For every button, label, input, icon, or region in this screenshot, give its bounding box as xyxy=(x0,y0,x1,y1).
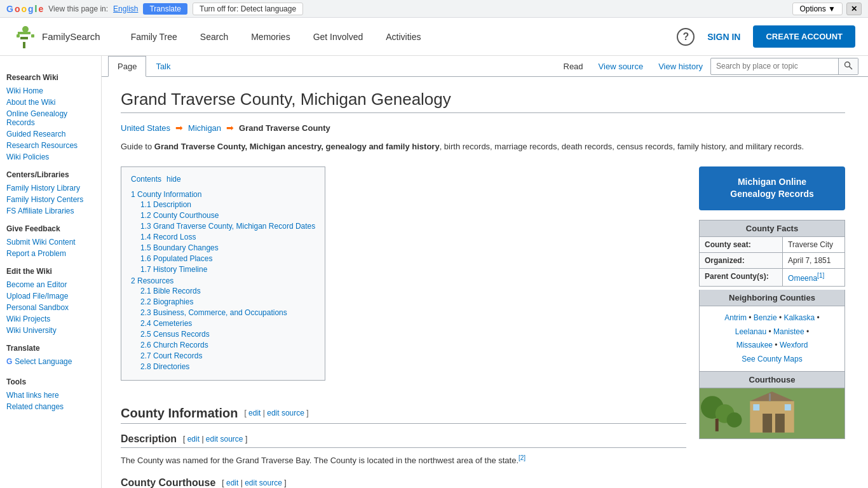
list-item: 1.7 History Timeline xyxy=(140,264,315,274)
michigan-records-button[interactable]: Michigan OnlineGenealogy Records xyxy=(699,166,845,210)
contents-sub-1: 1.1 Description 1.2 County Courthouse 1.… xyxy=(140,199,315,274)
nav-family-tree[interactable]: Family Tree xyxy=(119,18,189,56)
contents-link-populated[interactable]: 1.6 Populated Places xyxy=(140,254,212,263)
omeena-link[interactable]: Omeena xyxy=(788,274,817,283)
manistee-link[interactable]: Manistee xyxy=(773,327,804,336)
breadcrumb-usa[interactable]: United States xyxy=(121,123,170,133)
sidebar-item-online-genealogy[interactable]: Online Genealogy Records xyxy=(6,108,95,128)
antrim-link[interactable]: Antrim xyxy=(724,313,747,322)
contents-box: Contents hide 1 County Information 1.1 D… xyxy=(121,166,325,381)
translate-label: View this page in: xyxy=(48,4,108,13)
contents-link-directories[interactable]: 2.8 Directories xyxy=(140,362,189,371)
county-info-edit-source-link[interactable]: edit source xyxy=(267,409,304,417)
missaukee-link[interactable]: Missaukee xyxy=(736,341,773,349)
contents-link-description[interactable]: 1.1 Description xyxy=(140,200,191,209)
sidebar-item-family-history-centers[interactable]: Family History Centers xyxy=(6,194,95,205)
options-button[interactable]: Options ▼ xyxy=(792,3,843,15)
contents-sub-2: 2.1 Bible Records 2.2 Biographies 2.3 Bu… xyxy=(140,285,315,372)
sidebar-item-guided-research[interactable]: Guided Research xyxy=(6,128,95,140)
breadcrumb-arrow-2: ➡ xyxy=(226,123,234,133)
contents-list: 1 County Information 1.1 Description 1.2… xyxy=(131,189,315,372)
sidebar-item-related-changes[interactable]: Related changes xyxy=(6,401,95,412)
sidebar-item-become-editor[interactable]: Become an Editor xyxy=(6,279,95,290)
sidebar-item-about-wiki[interactable]: About the Wiki xyxy=(6,97,95,108)
translate-button[interactable]: Translate xyxy=(143,3,187,15)
description-edit-source-link[interactable]: edit source xyxy=(206,435,243,444)
breadcrumb-michigan[interactable]: Michigan xyxy=(188,123,221,133)
wiki-search-input[interactable] xyxy=(711,59,838,73)
sidebar-item-report-problem[interactable]: Report a Problem xyxy=(6,248,95,259)
svg-rect-13 xyxy=(775,414,785,433)
contents-link-boundary[interactable]: 1.5 Boundary Changes xyxy=(140,243,219,252)
view-source-btn[interactable]: View source xyxy=(591,57,651,76)
county-info-edit-link[interactable]: edit xyxy=(248,409,261,417)
help-icon[interactable]: ? xyxy=(677,28,695,46)
list-item: 2.4 Cemeteries xyxy=(140,318,315,329)
courthouse-edit-source-link[interactable]: edit source xyxy=(245,478,282,487)
county-info-heading: County Information [ edit | edit source … xyxy=(121,406,686,424)
wiki-search-button[interactable] xyxy=(838,58,858,74)
translate-options: Options ▼ ✕ xyxy=(792,3,862,15)
read-btn[interactable]: Read xyxy=(556,57,591,76)
sidebar-item-upload-file[interactable]: Upload File/Image xyxy=(6,290,95,302)
turnoff-button[interactable]: Turn off for: Detect language xyxy=(193,3,303,15)
sidebar-item-submit-wiki[interactable]: Submit Wiki Content xyxy=(6,236,95,248)
description-edit-link[interactable]: edit xyxy=(187,435,200,444)
county-facts-table: County Facts County seat: Traverse City … xyxy=(699,220,845,287)
sidebar-item-family-history-library[interactable]: Family History Library xyxy=(6,182,95,194)
contents-link-history[interactable]: 1.7 History Timeline xyxy=(140,265,207,274)
contents-link-court[interactable]: 2.7 Court Records xyxy=(140,351,202,360)
contents-link-record-dates[interactable]: 1.3 Grand Traverse County, Michigan Reco… xyxy=(140,222,315,231)
contents-link-business[interactable]: 2.3 Business, Commerce, and Occupations xyxy=(140,308,287,317)
sign-in-button[interactable]: SIGN IN xyxy=(701,32,747,42)
contents-link-census[interactable]: 2.5 Census Records xyxy=(140,330,210,339)
create-account-button[interactable]: CREATE ACCOUNT xyxy=(753,25,855,48)
sidebar-item-what-links[interactable]: What links here xyxy=(6,390,95,401)
nav-activities[interactable]: Activities xyxy=(374,18,432,56)
see-county-maps-link[interactable]: See County Maps xyxy=(742,355,802,363)
kalkaska-link[interactable]: Kalkaska xyxy=(783,313,815,322)
contents-link-county-info[interactable]: 1 County Information xyxy=(131,190,201,199)
benzie-link[interactable]: Benzie xyxy=(754,313,777,322)
nav-search[interactable]: Search xyxy=(189,18,240,56)
sidebar-item-wiki-projects[interactable]: Wiki Projects xyxy=(6,313,95,325)
leelanau-link[interactable]: Leelanau xyxy=(735,327,766,336)
view-history-btn[interactable]: View history xyxy=(651,57,710,76)
select-language-area: G Select Language xyxy=(6,356,95,367)
ref-2[interactable]: [2] xyxy=(519,454,526,461)
sidebar-item-personal-sandbox[interactable]: Personal Sandbox xyxy=(6,302,95,313)
contents-link-courthouse[interactable]: 1.2 County Courthouse xyxy=(140,211,219,220)
list-item: 2.7 Court Records xyxy=(140,350,315,361)
courthouse-edit-link[interactable]: edit xyxy=(226,478,238,487)
select-language-link[interactable]: Select Language xyxy=(15,356,72,367)
svg-rect-16 xyxy=(769,393,771,401)
contents-link-bible[interactable]: 2.1 Bible Records xyxy=(140,287,201,295)
tab-talk[interactable]: Talk xyxy=(146,56,180,77)
sidebar-item-wiki-policies[interactable]: Wiki Policies xyxy=(6,151,95,163)
contents-link-biographies[interactable]: 2.2 Biographies xyxy=(140,297,193,306)
close-translate-button[interactable]: ✕ xyxy=(846,3,862,15)
sidebar-item-fs-affiliate[interactable]: FS Affiliate Libraries xyxy=(6,205,95,217)
tab-page[interactable]: Page xyxy=(108,56,146,77)
sidebar-item-research-resources[interactable]: Research Resources xyxy=(6,140,95,151)
contents-hide[interactable]: hide xyxy=(166,175,181,184)
contents-link-church[interactable]: 2.6 Church Records xyxy=(140,341,208,349)
nav-right: ? SIGN IN CREATE ACCOUNT xyxy=(677,25,855,48)
contents-link-cemeteries[interactable]: 2.4 Cemeteries xyxy=(140,319,192,328)
list-item: 1.3 Grand Traverse County, Michigan Reco… xyxy=(140,220,315,231)
language-link[interactable]: English xyxy=(113,4,138,13)
sidebar-item-wiki-home[interactable]: Wiki Home xyxy=(6,85,95,97)
contents-link-record-loss[interactable]: 1.4 Record Loss xyxy=(140,233,196,241)
sidebar-item-wiki-university[interactable]: Wiki University xyxy=(6,325,95,336)
contents-link-resources[interactable]: 2 Resources xyxy=(131,276,173,285)
logo-area[interactable]: FamilySearch xyxy=(13,24,100,50)
wexford-link[interactable]: Wexford xyxy=(780,341,808,349)
county-seat-value: Traverse City xyxy=(783,236,845,252)
ref-parent[interactable]: [1] xyxy=(817,272,824,279)
nav-get-involved[interactable]: Get Involved xyxy=(302,18,375,56)
list-item: 2 Resources 2.1 Bible Records 2.2 Biogra… xyxy=(131,275,315,372)
familysearch-logo-icon xyxy=(13,24,38,50)
nav-memories[interactable]: Memories xyxy=(240,18,301,56)
svg-point-7 xyxy=(845,62,850,67)
county-facts-header: County Facts xyxy=(700,220,845,236)
